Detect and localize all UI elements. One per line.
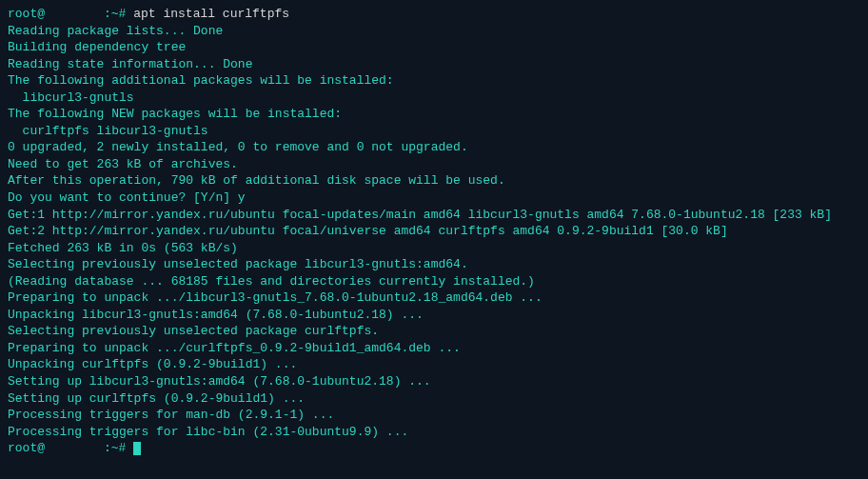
command-text: apt install curlftpfs xyxy=(133,7,289,21)
output-line: The following NEW packages will be insta… xyxy=(8,106,860,123)
output-line: Building dependency tree xyxy=(8,39,860,56)
output-line: Unpacking curlftpfs (0.9.2-9build1) ... xyxy=(8,356,860,373)
output-line: Do you want to continue? [Y/n] y xyxy=(8,190,860,207)
output-line: Processing triggers for man-db (2.9.1-1)… xyxy=(8,407,860,424)
output-line: curlftpfs libcurl3-gnutls xyxy=(8,123,860,140)
prompt-path: :~# xyxy=(104,7,133,21)
output-line: Preparing to unpack .../libcurl3-gnutls_… xyxy=(8,289,860,307)
output-line: Processing triggers for libc-bin (2.31-0… xyxy=(8,424,860,441)
prompt-user: root@ xyxy=(8,7,45,21)
output-line: Setting up curlftpfs (0.9.2-9build1) ... xyxy=(8,390,860,408)
output-line: Reading state information... Done xyxy=(8,56,860,73)
prompt-host-redacted: host xyxy=(45,6,104,23)
output-line: Selecting previously unselected package … xyxy=(8,256,860,273)
output-line: Get:1 http://mirror.yandex.ru/ubuntu foc… xyxy=(8,207,860,224)
output-line: Setting up libcurl3-gnutls:amd64 (7.68.0… xyxy=(8,373,860,390)
output-line: 0 upgraded, 2 newly installed, 0 to remo… xyxy=(8,139,860,156)
output-line: Preparing to unpack .../curlftpfs_0.9.2-… xyxy=(8,340,860,357)
output-line: (Reading database ... 68185 files and di… xyxy=(8,273,860,290)
output-line: libcurl3-gnutls xyxy=(8,90,860,107)
cursor[interactable] xyxy=(133,442,141,455)
output-line: Get:2 http://mirror.yandex.ru/ubuntu foc… xyxy=(8,223,860,240)
output-line: Need to get 263 kB of archives. xyxy=(8,156,860,173)
output-line: Reading package lists... Done xyxy=(8,23,860,40)
output-line: Fetched 263 kB in 0s (563 kB/s) xyxy=(8,240,860,257)
output-line: The following additional packages will b… xyxy=(8,72,860,90)
prompt-host-redacted: host xyxy=(45,440,104,457)
terminal[interactable]: root@host:~# apt install curlftpfs Readi… xyxy=(8,6,860,457)
output-line: Selecting previously unselected package … xyxy=(8,323,860,340)
prompt-path: :~# xyxy=(104,441,133,455)
prompt-line-1: root@host:~# apt install curlftpfs xyxy=(8,6,860,23)
output-line: After this operation, 790 kB of addition… xyxy=(8,172,860,190)
prompt-user: root@ xyxy=(8,441,45,455)
prompt-line-2: root@host:~# xyxy=(8,440,860,457)
output-line: Unpacking libcurl3-gnutls:amd64 (7.68.0-… xyxy=(8,307,860,324)
